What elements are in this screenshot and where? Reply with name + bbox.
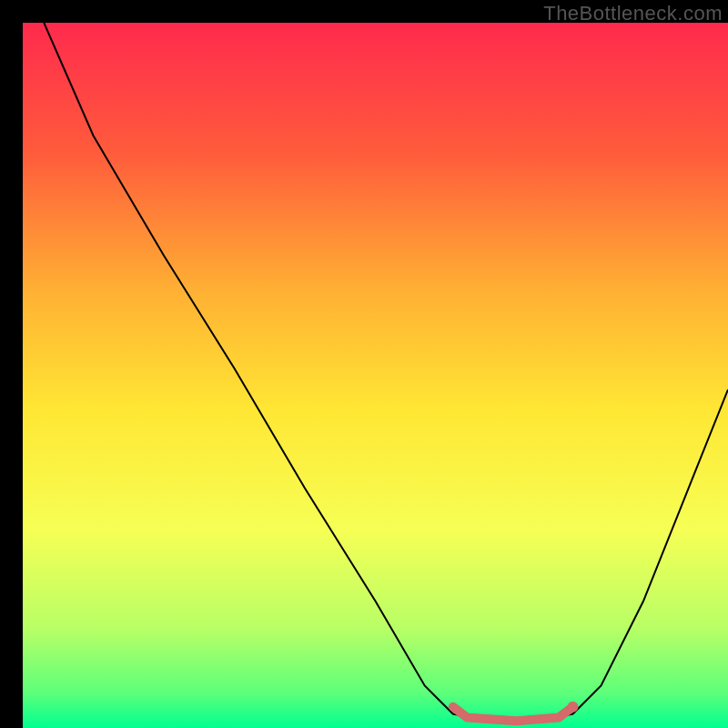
marker-layer	[568, 702, 579, 713]
chart-frame: TheBottleneck.com	[0, 0, 728, 728]
chart-svg	[23, 23, 728, 728]
plot-area	[23, 23, 728, 728]
gradient-background	[23, 23, 728, 728]
optimal-end-dot	[568, 702, 579, 713]
